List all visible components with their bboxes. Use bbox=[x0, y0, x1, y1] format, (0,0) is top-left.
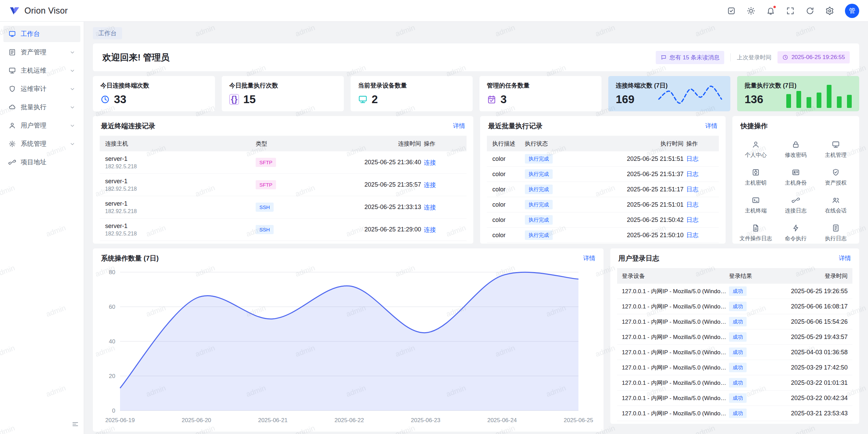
quick-action-asset-authorization[interactable]: 资产授权 bbox=[816, 168, 856, 187]
task-icon bbox=[487, 95, 496, 104]
connect-link[interactable]: 连接 bbox=[424, 226, 436, 233]
log-link[interactable]: 日志 bbox=[686, 155, 698, 162]
batch-row: color执行完成2025-06-25 21:50:42日志 bbox=[487, 212, 719, 228]
chevron-down-icon bbox=[70, 50, 75, 55]
host-ip: 182.92.5.218 bbox=[105, 164, 253, 170]
device-icon bbox=[832, 140, 840, 149]
breadcrumb[interactable]: 工作台 bbox=[93, 27, 122, 39]
quick-action-connection-log[interactable]: 连接日志 bbox=[776, 196, 816, 214]
unread-messages-chip[interactable]: 您有 15 条未读消息 bbox=[656, 51, 724, 64]
terminal-detail-link[interactable]: 详情 bbox=[453, 122, 465, 130]
svg-text:40: 40 bbox=[109, 338, 115, 345]
chevron-down-icon bbox=[70, 68, 75, 74]
quick-action-label: 资产授权 bbox=[825, 180, 847, 187]
stat-label: 管理的任务数量 bbox=[487, 81, 594, 90]
quick-action-personal-center[interactable]: 个人中心 bbox=[736, 140, 776, 159]
quick-action-online-sessions[interactable]: 在线会话 bbox=[816, 196, 856, 214]
braces-icon: {} bbox=[229, 94, 239, 105]
login-table-header: 登录设备 登录结果 登录时间 bbox=[617, 268, 852, 284]
brand[interactable]: Orion Visor bbox=[9, 5, 68, 17]
sidebar-item-system[interactable]: 系统管理 bbox=[3, 136, 80, 152]
stat-label: 今日连接终端次数 bbox=[100, 81, 208, 90]
quick-action-execution-log[interactable]: 执行日志 bbox=[816, 224, 856, 242]
execution-desc: color bbox=[492, 232, 522, 239]
login-row: 127.0.0.1 - 内网IP - Mozilla/5.0 (Windows … bbox=[617, 360, 852, 375]
connect-link[interactable]: 连接 bbox=[424, 159, 436, 166]
terminal-icon bbox=[752, 196, 760, 204]
login-row: 127.0.0.1 - 内网IP - Mozilla/5.0 (Windows … bbox=[617, 314, 852, 329]
welcome-card: 欢迎回来! 管理员 您有 15 条未读消息 上次登录时间 2025-06-25 … bbox=[93, 43, 859, 71]
login-detail-link[interactable]: 详情 bbox=[839, 254, 851, 262]
sidebar-item-workbench[interactable]: 工作台 bbox=[3, 26, 80, 42]
workbench-icon bbox=[8, 30, 16, 38]
settings-button[interactable] bbox=[825, 6, 834, 15]
notifications-button[interactable] bbox=[766, 6, 775, 15]
login-row: 127.0.0.1 - 内网IP - Mozilla/5.0 (Windows … bbox=[617, 391, 852, 406]
user-icon bbox=[8, 122, 16, 129]
docs-button[interactable] bbox=[727, 6, 736, 15]
login-row: 127.0.0.1 - 内网IP - Mozilla/5.0 (Windows … bbox=[617, 284, 852, 299]
link-icon bbox=[8, 158, 16, 166]
batch-detail-link[interactable]: 详情 bbox=[705, 122, 717, 130]
log-link[interactable]: 日志 bbox=[686, 232, 698, 239]
login-device: 127.0.0.1 - 内网IP - Mozilla/5.0 (Windows … bbox=[622, 410, 726, 417]
collapse-sidebar-button[interactable] bbox=[70, 419, 80, 429]
login-result-badge: 成功 bbox=[729, 317, 747, 326]
execution-time: 2025-06-25 21:51:37 bbox=[585, 171, 684, 178]
quick-action-file-operation-log[interactable]: 文件操作日志 bbox=[736, 224, 776, 242]
log-link[interactable]: 日志 bbox=[686, 171, 698, 177]
notification-dot bbox=[773, 5, 776, 9]
login-device: 127.0.0.1 - 内网IP - Mozilla/5.0 (Windows … bbox=[622, 364, 726, 372]
collapse-icon bbox=[72, 420, 79, 428]
quick-actions-panel: 快捷操作 个人中心修改密码主机管理主机密钥主机身份资产授权主机终端连接日志在线会… bbox=[732, 116, 859, 244]
quick-action-host-management[interactable]: 主机管理 bbox=[816, 140, 856, 159]
doc-list-icon bbox=[832, 224, 840, 232]
sidebar: 工作台资产管理主机运维运维审计批量执行用户管理系统管理项目地址 bbox=[0, 22, 84, 434]
terminal-table-body: server-1182.92.5.218SFTP2025-06-25 21:36… bbox=[100, 151, 467, 241]
login-device: 127.0.0.1 - 内网IP - Mozilla/5.0 (Windows … bbox=[622, 287, 726, 295]
login-result-badge: 成功 bbox=[729, 347, 747, 357]
connect-link[interactable]: 连接 bbox=[424, 204, 436, 211]
quick-action-change-password[interactable]: 修改密码 bbox=[776, 140, 816, 159]
login-result-badge: 成功 bbox=[729, 393, 747, 403]
sidebar-item-audit[interactable]: 运维审计 bbox=[3, 81, 80, 97]
execution-time: 2025-06-25 21:51:17 bbox=[585, 186, 684, 193]
orion-visor-logo-icon bbox=[9, 5, 20, 17]
sidebar-item-project[interactable]: 项目地址 bbox=[3, 154, 80, 170]
settings-icon bbox=[825, 6, 834, 15]
audit-icon bbox=[8, 85, 16, 93]
avatar[interactable]: 管 bbox=[845, 4, 859, 18]
sidebar-item-users[interactable]: 用户管理 bbox=[3, 117, 80, 134]
sidebar-item-assets[interactable]: 资产管理 bbox=[3, 44, 80, 60]
chart-detail-link[interactable]: 详情 bbox=[583, 254, 595, 262]
sidebar-item-label: 资产管理 bbox=[21, 48, 65, 57]
refresh-button[interactable] bbox=[806, 6, 814, 15]
panel-title: 最近批量执行记录 bbox=[488, 121, 542, 131]
execution-desc: color bbox=[492, 216, 522, 224]
bottom-row: 系统操作数量 (7日) 详情 0204060802025-06-192025-0… bbox=[93, 248, 859, 432]
stat-value: 136 bbox=[745, 93, 763, 106]
execution-desc: color bbox=[492, 186, 522, 193]
batch-row: color执行完成2025-06-25 21:51:17日志 bbox=[487, 182, 719, 197]
theme-button[interactable] bbox=[747, 6, 755, 15]
connect-time: 2025-06-25 21:35:57 bbox=[309, 181, 421, 188]
protocol-tag: SSH bbox=[256, 225, 274, 234]
stat-card-connections-7d: 连接终端次数 (7日)169 bbox=[608, 76, 730, 111]
topbar: Orion Visor 管 bbox=[0, 0, 868, 22]
execution-time: 2025-06-25 21:50:10 bbox=[585, 232, 684, 239]
sidebar-item-batch-exec[interactable]: 批量执行 bbox=[3, 99, 80, 115]
quick-action-host-identity[interactable]: 主机身份 bbox=[776, 168, 816, 187]
unread-messages-text: 您有 15 条未读消息 bbox=[670, 54, 719, 61]
fullscreen-button[interactable] bbox=[786, 6, 795, 15]
sidebar-item-label: 主机运维 bbox=[21, 66, 65, 75]
stat-card-managed-tasks: 管理的任务数量3 bbox=[479, 76, 601, 111]
sidebar-item-host-ops[interactable]: 主机运维 bbox=[3, 62, 80, 79]
log-link[interactable]: 日志 bbox=[686, 186, 698, 193]
log-link[interactable]: 日志 bbox=[686, 201, 698, 208]
quick-action-host-terminal[interactable]: 主机终端 bbox=[736, 196, 776, 214]
quick-action-command-execution[interactable]: 命令执行 bbox=[776, 224, 816, 242]
connect-link[interactable]: 连接 bbox=[424, 182, 436, 188]
quick-action-host-keys[interactable]: 主机密钥 bbox=[736, 168, 776, 187]
svg-text:2025-06-21: 2025-06-21 bbox=[258, 417, 288, 423]
log-link[interactable]: 日志 bbox=[686, 216, 698, 223]
